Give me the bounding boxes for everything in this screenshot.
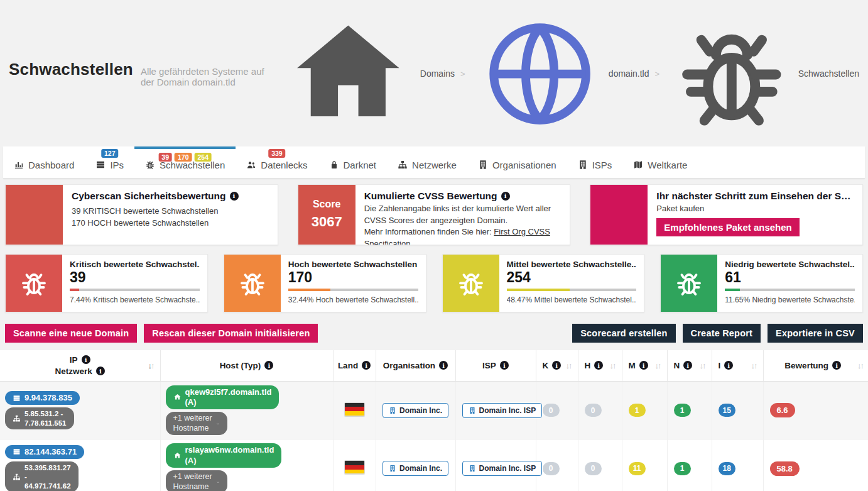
network-range-pill[interactable]: 53.395.831.27 - 64.971.741.62 — [5, 461, 79, 491]
breadcrumb-label: domain.tld — [609, 69, 649, 79]
organisation-button[interactable]: Domain Inc. — [382, 403, 448, 418]
stat-value: 61 — [725, 269, 855, 285]
tab-ips[interactable]: 127IPs — [85, 146, 134, 178]
bug-icon — [674, 268, 704, 298]
tab-dashboard[interactable]: Dashboard — [3, 146, 85, 178]
tab-badge-group: 39170254 — [158, 153, 212, 162]
info-icon[interactable] — [439, 361, 448, 370]
sort-icon[interactable] — [655, 361, 661, 370]
more-hostnames-label: +1 weiterer Hostname — [173, 472, 213, 491]
breadcrumb-item-schwachstellen[interactable]: Schwachstellen — [649, 11, 859, 136]
info-icon[interactable] — [594, 361, 603, 370]
tab-netzwerke[interactable]: Netzwerke — [387, 146, 467, 178]
sort-icon[interactable] — [700, 361, 705, 370]
hostname-pill[interactable]: qkew9zl5f7.domain.tld (A) — [166, 385, 279, 410]
rescan-domain-button[interactable]: Rescan dieser Domain initialisieren — [144, 324, 318, 343]
tab-bar: Dashboard127IPs39170254Schwachstellen339… — [3, 146, 865, 179]
breadcrumb-item-domains[interactable]: Domains — [280, 6, 455, 142]
critical-count-line: 39 KRITISCH bewertete Schwachstellen — [72, 206, 269, 218]
view-recommended-package-button[interactable]: Empfohlenes Paket ansehen — [656, 218, 799, 236]
column-label: K — [543, 361, 549, 370]
table-header-row: IPNetzwerkHost (Typ)LandOrganisationISPK… — [0, 350, 868, 382]
table-body: 9.94.378.8355.85.531.2 - 7.78.611.551qke… — [0, 381, 868, 491]
column-header-land[interactable]: Land — [333, 350, 376, 382]
stat-card-1: Hoch bewertete Schwachstellen17032.44% H… — [224, 254, 426, 312]
column-header-m[interactable]: M — [622, 350, 667, 382]
column-label: I — [719, 361, 721, 370]
more-hostnames-dropdown[interactable]: +1 weiterer Hostname — [166, 412, 228, 435]
tab-organisationen[interactable]: Organisationen — [467, 146, 567, 178]
isp-button[interactable]: Domain Inc. ISP — [462, 403, 543, 418]
stat-title: Niedrig bewertete Schwachstel... — [725, 260, 855, 269]
info-icon[interactable] — [832, 361, 841, 370]
tab-label: Organisationen — [492, 160, 556, 170]
bar-chart-icon — [14, 160, 24, 170]
sort-icon[interactable] — [610, 361, 616, 370]
ip-pill[interactable]: 9.94.378.835 — [5, 391, 80, 405]
sort-icon[interactable] — [566, 361, 572, 370]
info-icon[interactable] — [82, 355, 90, 364]
info-icon[interactable] — [500, 361, 509, 370]
column-header-h[interactable]: H — [578, 350, 622, 382]
column-header-n[interactable]: N — [667, 350, 712, 382]
cvss-score-card: Score 3067 Kumulierte CVSS Bewertung Die… — [298, 184, 571, 245]
stat-icon-box — [661, 255, 717, 312]
organisation-button[interactable]: Domain Inc. — [382, 461, 448, 476]
info-icon[interactable] — [96, 367, 105, 375]
tab-label: IPs — [110, 160, 124, 170]
column-header-host[interactable]: Host (Typ) — [160, 350, 333, 382]
ip-pill[interactable]: 82.144.363.71 — [5, 445, 84, 459]
breadcrumb-item-domain-tld[interactable]: domain.tld — [455, 9, 649, 139]
stat-caption: 48.47% Mittel bewertete Schwachstel... — [507, 295, 637, 304]
info-icon[interactable] — [501, 192, 510, 201]
column-header-organisation[interactable]: Organisation — [376, 350, 455, 382]
info-icon[interactable] — [230, 192, 239, 201]
table-row: 82.144.363.7153.395.831.27 - 64.971.741.… — [0, 439, 868, 491]
tab-datenlecks[interactable]: 339Datenlecks — [236, 146, 318, 178]
column-header-i[interactable]: I — [712, 350, 763, 382]
bug-icon — [237, 268, 268, 298]
count-pill-m: 11 — [629, 462, 646, 475]
info-icon[interactable] — [362, 361, 371, 370]
network-range-pill[interactable]: 5.85.531.2 - 7.78.611.551 — [5, 407, 74, 429]
column-label: IP — [70, 355, 78, 365]
scan-new-domain-button[interactable]: Scanne eine neue Domain — [5, 324, 137, 343]
column-label: Netzwerk — [55, 367, 92, 376]
server-icon — [95, 160, 106, 170]
security-card-title: Cyberscan Sicherheitsbewertung — [72, 190, 226, 202]
chevron-down-icon — [216, 420, 220, 428]
tab-isps[interactable]: ISPs — [567, 146, 623, 178]
tab-schwachstellen[interactable]: 39170254Schwachstellen — [134, 146, 236, 178]
info-icon[interactable] — [639, 361, 648, 370]
tab-darknet[interactable]: Darknet — [318, 146, 388, 178]
create-scorecard-button[interactable]: Scorecard erstellen — [572, 324, 675, 343]
column-header-ip-network[interactable]: IPNetzwerk — [0, 350, 160, 382]
info-icon[interactable] — [724, 361, 733, 370]
info-icon[interactable] — [264, 361, 273, 370]
create-report-button[interactable]: Create Report — [683, 324, 761, 343]
organisation-button-label: Domain Inc. — [399, 464, 442, 473]
info-icon[interactable] — [552, 361, 561, 370]
cvss-card-title: Kumulierte CVSS Bewertung — [364, 190, 497, 202]
tab-badge-group: 127 — [101, 149, 119, 158]
column-header-isp[interactable]: ISP — [455, 350, 536, 382]
sort-icon[interactable] — [857, 361, 863, 370]
export-csv-button[interactable]: Exportiere in CSV — [768, 324, 863, 343]
column-label: H — [585, 361, 591, 370]
sort-icon[interactable] — [148, 361, 154, 370]
hostname-pill[interactable]: rslayaw6nw.domain.tld (A) — [166, 443, 282, 468]
stat-caption: 32.44% Hoch bewertete Schwachstell... — [288, 295, 418, 304]
count-badge: 127 — [101, 149, 119, 158]
column-header-bewertung[interactable]: Bewertung — [763, 350, 868, 382]
isp-button[interactable]: Domain Inc. ISP — [462, 461, 543, 476]
organisation-button-label: Domain Inc. — [399, 406, 442, 415]
stat-icon-box — [6, 255, 62, 312]
column-header-k[interactable]: K — [536, 350, 578, 382]
more-hostnames-dropdown[interactable]: +1 weiterer Hostname — [166, 470, 228, 491]
sort-icon[interactable] — [751, 361, 757, 370]
page-header: Schwachstellen Alle gefährdeten Systeme … — [0, 0, 868, 146]
stat-title: Kritisch bewertete Schwachstel... — [70, 260, 200, 269]
info-icon[interactable] — [683, 361, 692, 370]
tab-weltkarte[interactable]: Weltkarte — [622, 146, 698, 178]
stat-cards-row: Kritisch bewertete Schwachstel...397.44%… — [0, 250, 868, 319]
